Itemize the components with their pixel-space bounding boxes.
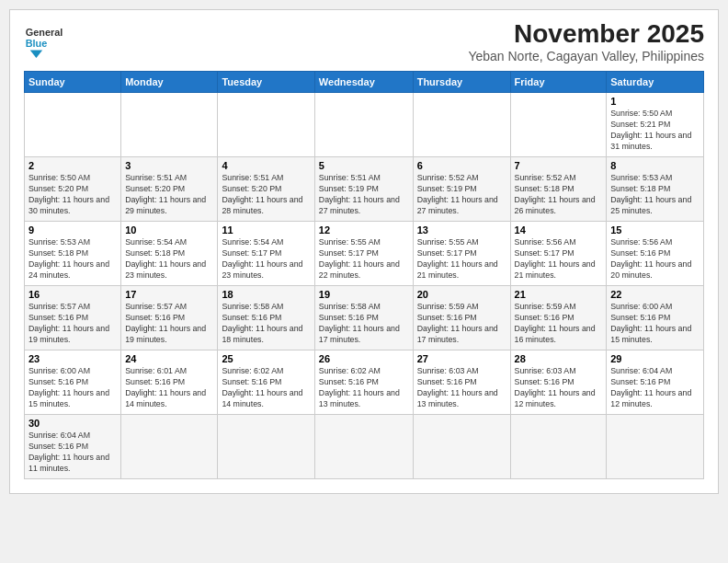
calendar-cell: 8Sunrise: 5:53 AM Sunset: 5:18 PM Daylig…	[607, 157, 704, 222]
calendar-week-row: 2Sunrise: 5:50 AM Sunset: 5:20 PM Daylig…	[25, 157, 704, 222]
day-info: Sunrise: 5:59 AM Sunset: 5:16 PM Dayligh…	[515, 302, 603, 346]
day-number: 29	[610, 353, 700, 364]
day-info: Sunrise: 6:03 AM Sunset: 5:16 PM Dayligh…	[515, 366, 603, 410]
day-number: 24	[125, 353, 213, 364]
calendar-cell: 11Sunrise: 5:54 AM Sunset: 5:17 PM Dayli…	[218, 222, 314, 286]
calendar-cell: 21Sunrise: 5:59 AM Sunset: 5:16 PM Dayli…	[510, 286, 607, 350]
calendar-cell: 22Sunrise: 6:00 AM Sunset: 5:16 PM Dayli…	[607, 286, 704, 350]
calendar-cell: 28Sunrise: 6:03 AM Sunset: 5:16 PM Dayli…	[510, 350, 607, 415]
title-area: November 2025 Yeban Norte, Cagayan Valle…	[468, 19, 704, 63]
calendar-cell: 30Sunrise: 6:04 AM Sunset: 5:16 PM Dayli…	[25, 415, 121, 479]
calendar-cell: 14Sunrise: 5:56 AM Sunset: 5:17 PM Dayli…	[510, 222, 607, 286]
day-number: 11	[222, 224, 310, 236]
generalblue-logo-icon: General Blue	[24, 19, 63, 58]
day-info: Sunrise: 5:50 AM Sunset: 5:20 PM Dayligh…	[28, 173, 117, 217]
day-number: 22	[610, 289, 700, 300]
calendar-header: Sunday Monday Tuesday Wednesday Thursday…	[25, 72, 704, 93]
calendar-cell: 17Sunrise: 5:57 AM Sunset: 5:16 PM Dayli…	[121, 286, 218, 350]
calendar-week-row: 30Sunrise: 6:04 AM Sunset: 5:16 PM Dayli…	[25, 415, 704, 479]
day-info: Sunrise: 6:00 AM Sunset: 5:16 PM Dayligh…	[28, 366, 117, 410]
day-number: 8	[610, 160, 700, 171]
calendar-cell: 4Sunrise: 5:51 AM Sunset: 5:20 PM Daylig…	[218, 157, 314, 222]
calendar-cell: 13Sunrise: 5:55 AM Sunset: 5:17 PM Dayli…	[413, 222, 510, 286]
day-number: 9	[28, 224, 117, 236]
day-info: Sunrise: 5:53 AM Sunset: 5:18 PM Dayligh…	[610, 173, 700, 217]
col-thursday: Thursday	[413, 72, 510, 93]
day-number: 4	[222, 160, 310, 171]
calendar-cell: 29Sunrise: 6:04 AM Sunset: 5:16 PM Dayli…	[607, 350, 704, 415]
day-info: Sunrise: 5:52 AM Sunset: 5:19 PM Dayligh…	[417, 173, 506, 217]
day-number: 18	[222, 289, 310, 300]
day-info: Sunrise: 6:04 AM Sunset: 5:16 PM Dayligh…	[28, 431, 117, 475]
calendar-cell	[218, 415, 314, 479]
day-number: 12	[319, 224, 409, 236]
day-number: 21	[515, 289, 603, 300]
day-number: 14	[515, 224, 603, 236]
svg-marker-2	[30, 51, 42, 58]
day-info: Sunrise: 6:02 AM Sunset: 5:16 PM Dayligh…	[222, 366, 310, 410]
day-number: 15	[610, 224, 700, 236]
day-number: 26	[319, 353, 409, 364]
day-number: 23	[28, 353, 117, 364]
day-number: 20	[417, 289, 506, 300]
calendar-week-row: 1Sunrise: 5:50 AM Sunset: 5:21 PM Daylig…	[25, 93, 704, 157]
day-info: Sunrise: 5:54 AM Sunset: 5:17 PM Dayligh…	[222, 237, 310, 282]
day-number: 13	[417, 224, 506, 236]
day-info: Sunrise: 5:52 AM Sunset: 5:18 PM Dayligh…	[515, 173, 603, 217]
calendar-cell: 24Sunrise: 6:01 AM Sunset: 5:16 PM Dayli…	[121, 350, 218, 415]
day-info: Sunrise: 5:54 AM Sunset: 5:18 PM Dayligh…	[125, 237, 213, 282]
calendar-cell	[413, 415, 510, 479]
header: General Blue November 2025 Yeban Norte, …	[24, 19, 704, 63]
calendar-week-row: 23Sunrise: 6:00 AM Sunset: 5:16 PM Dayli…	[25, 350, 704, 415]
calendar-cell: 19Sunrise: 5:58 AM Sunset: 5:16 PM Dayli…	[314, 286, 413, 350]
day-number: 1	[610, 96, 700, 107]
day-info: Sunrise: 5:55 AM Sunset: 5:17 PM Dayligh…	[319, 237, 409, 282]
calendar-cell	[314, 93, 413, 157]
calendar-week-row: 9Sunrise: 5:53 AM Sunset: 5:18 PM Daylig…	[25, 222, 704, 286]
calendar-cell: 10Sunrise: 5:54 AM Sunset: 5:18 PM Dayli…	[121, 222, 218, 286]
day-number: 5	[319, 160, 409, 171]
day-number: 19	[319, 289, 409, 300]
calendar-table: Sunday Monday Tuesday Wednesday Thursday…	[24, 71, 704, 479]
day-info: Sunrise: 6:04 AM Sunset: 5:16 PM Dayligh…	[610, 366, 700, 410]
day-info: Sunrise: 5:51 AM Sunset: 5:20 PM Dayligh…	[222, 173, 310, 217]
calendar-cell: 3Sunrise: 5:51 AM Sunset: 5:20 PM Daylig…	[121, 157, 218, 222]
calendar-cell: 12Sunrise: 5:55 AM Sunset: 5:17 PM Dayli…	[314, 222, 413, 286]
header-row: Sunday Monday Tuesday Wednesday Thursday…	[25, 72, 704, 93]
svg-text:General: General	[26, 27, 63, 38]
day-number: 28	[515, 353, 603, 364]
day-info: Sunrise: 5:56 AM Sunset: 5:17 PM Dayligh…	[515, 237, 603, 282]
calendar-page: General Blue November 2025 Yeban Norte, …	[9, 9, 719, 494]
day-info: Sunrise: 6:03 AM Sunset: 5:16 PM Dayligh…	[417, 366, 506, 410]
calendar-cell	[314, 415, 413, 479]
day-info: Sunrise: 5:53 AM Sunset: 5:18 PM Dayligh…	[28, 237, 117, 282]
day-number: 2	[28, 160, 117, 171]
calendar-cell	[121, 415, 218, 479]
day-number: 10	[125, 224, 213, 236]
calendar-week-row: 16Sunrise: 5:57 AM Sunset: 5:16 PM Dayli…	[25, 286, 704, 350]
day-number: 17	[125, 289, 213, 300]
day-number: 16	[28, 289, 117, 300]
calendar-cell	[121, 93, 218, 157]
calendar-cell: 2Sunrise: 5:50 AM Sunset: 5:20 PM Daylig…	[25, 157, 121, 222]
month-title: November 2025	[468, 19, 704, 49]
svg-text:Blue: Blue	[26, 38, 48, 49]
location-title: Yeban Norte, Cagayan Valley, Philippines	[468, 49, 704, 63]
calendar-cell: 16Sunrise: 5:57 AM Sunset: 5:16 PM Dayli…	[25, 286, 121, 350]
calendar-cell	[218, 93, 314, 157]
day-info: Sunrise: 5:51 AM Sunset: 5:19 PM Dayligh…	[319, 173, 409, 217]
calendar-cell: 27Sunrise: 6:03 AM Sunset: 5:16 PM Dayli…	[413, 350, 510, 415]
calendar-cell: 6Sunrise: 5:52 AM Sunset: 5:19 PM Daylig…	[413, 157, 510, 222]
col-monday: Monday	[121, 72, 218, 93]
calendar-cell: 1Sunrise: 5:50 AM Sunset: 5:21 PM Daylig…	[607, 93, 704, 157]
day-info: Sunrise: 5:58 AM Sunset: 5:16 PM Dayligh…	[222, 302, 310, 346]
calendar-cell: 7Sunrise: 5:52 AM Sunset: 5:18 PM Daylig…	[510, 157, 607, 222]
day-number: 27	[417, 353, 506, 364]
day-info: Sunrise: 5:59 AM Sunset: 5:16 PM Dayligh…	[417, 302, 506, 346]
day-number: 25	[222, 353, 310, 364]
calendar-cell	[510, 415, 607, 479]
calendar-cell: 15Sunrise: 5:56 AM Sunset: 5:16 PM Dayli…	[607, 222, 704, 286]
day-info: Sunrise: 6:00 AM Sunset: 5:16 PM Dayligh…	[610, 302, 700, 346]
day-info: Sunrise: 5:57 AM Sunset: 5:16 PM Dayligh…	[125, 302, 213, 346]
day-info: Sunrise: 5:50 AM Sunset: 5:21 PM Dayligh…	[610, 109, 700, 153]
